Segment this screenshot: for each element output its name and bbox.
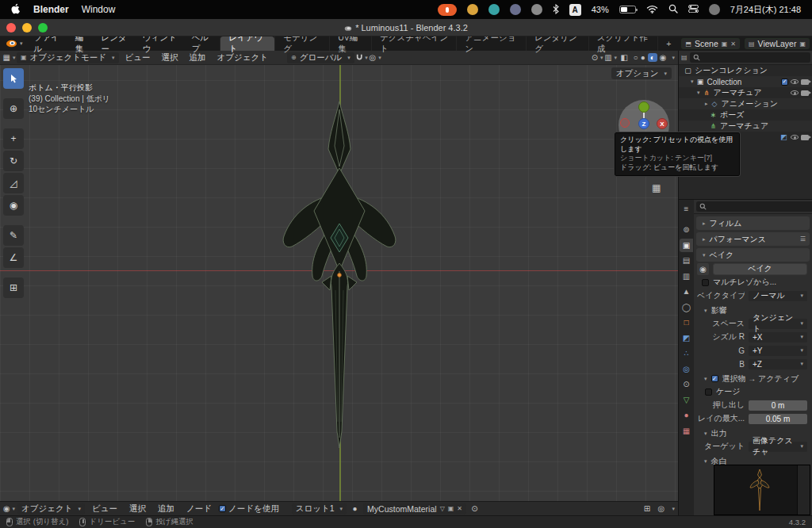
target-dropdown[interactable]: 画像テクスチャ▾ xyxy=(749,442,807,452)
camera-icon[interactable] xyxy=(801,90,809,96)
shading-rendered-icon[interactable]: ◉ xyxy=(660,53,667,62)
swizzle-r-dropdown[interactable]: +X▾ xyxy=(749,332,807,342)
panel-film[interactable]: ▸フィルム xyxy=(696,216,810,230)
battery-icon[interactable] xyxy=(619,6,636,13)
status-app2-icon[interactable] xyxy=(488,4,500,15)
eye-icon[interactable] xyxy=(791,90,799,95)
tool-cursor[interactable]: ⊕ xyxy=(3,98,24,119)
outliner-row-armature[interactable]: ▾ ⋔ アーマチュア xyxy=(679,87,812,98)
tab-object[interactable]: □ xyxy=(680,316,693,329)
shader-editor-type-icon[interactable]: ◉▾ xyxy=(3,503,15,515)
use-nodes-checkbox[interactable]: ✓ xyxy=(219,505,226,512)
tab-constraints[interactable]: ⊙ xyxy=(680,377,693,391)
chat-app-icon[interactable] xyxy=(510,4,521,15)
swizzle-g-dropdown[interactable]: +Y▾ xyxy=(749,346,807,356)
mic-indicator-icon[interactable] xyxy=(438,4,457,16)
outliner-row-pose[interactable]: ∗ ポーズ xyxy=(679,109,812,121)
collection-checkbox[interactable]: ✓ xyxy=(781,78,788,86)
menubar-clock[interactable]: 7月24日(木) 21:48 xyxy=(730,4,801,16)
control-center-icon[interactable] xyxy=(688,5,699,14)
menu-render[interactable]: レンダー xyxy=(96,36,137,51)
shading-dropdown-icon[interactable]: ▾ xyxy=(672,55,675,61)
bake-type-dropdown[interactable]: ノーマル▾ xyxy=(749,291,807,301)
scene-selector[interactable]: ⬒ Scene ▣ ✕ xyxy=(681,38,740,49)
outliner-row-armature-data[interactable]: ⋔ アーマチュア xyxy=(679,121,812,132)
menu-file[interactable]: ファイル xyxy=(29,36,70,51)
panel-bake[interactable]: ▾ベイク xyxy=(696,248,810,262)
siri-icon[interactable] xyxy=(709,4,720,15)
shader-snap-icon[interactable]: ⊞ xyxy=(641,503,653,515)
cage-checkbox[interactable] xyxy=(705,388,712,396)
outliner-search-input[interactable] xyxy=(703,53,807,62)
new-viewlayer-icon[interactable]: ▣ xyxy=(799,40,806,48)
selected-to-active-checkbox[interactable]: ✓ xyxy=(711,375,718,382)
tool-scale[interactable]: ◿ xyxy=(3,173,24,193)
extrusion-field[interactable]: 0 m xyxy=(749,400,807,411)
options-dropdown[interactable]: オプション▾ xyxy=(611,67,672,79)
outliner-row-scene-collection[interactable]: ▢ シーンコレクション xyxy=(679,65,812,76)
gizmo-axis-minus-x[interactable] xyxy=(620,118,630,128)
panel-performance[interactable]: ▸パフォーマンス☰ xyxy=(696,232,810,246)
workspace-tab-uv[interactable]: UV編集 xyxy=(329,36,371,51)
expand-caret-icon[interactable]: ▾ xyxy=(691,78,694,85)
tab-view-layer[interactable]: ▥ xyxy=(680,270,693,283)
tool-add-cube[interactable]: ⊞ xyxy=(3,277,24,298)
eye-icon[interactable] xyxy=(791,135,799,140)
max-ray-field[interactable]: 0.05 m xyxy=(749,414,807,424)
outliner-editor-icon[interactable]: ▤ xyxy=(681,54,688,61)
workspace-tab-rendering[interactable]: レンダリング xyxy=(526,36,588,51)
tab-world[interactable]: ◯ xyxy=(680,300,693,314)
viewport-3d[interactable]: ▦▾ ▣オブジェクトモード▾ ビュー 選択 追加 オブジェクト ⊕グローバル▾ … xyxy=(0,51,678,501)
shader-menu-add[interactable]: 追加 xyxy=(153,503,179,515)
tab-object-data[interactable]: ▽ xyxy=(680,393,693,407)
workspace-tab-animation[interactable]: アニメーション xyxy=(456,36,526,51)
properties-search[interactable] xyxy=(696,201,812,212)
editor-type-icon[interactable]: ▦▾ xyxy=(3,52,15,63)
bluetooth-icon[interactable] xyxy=(553,4,559,16)
add-workspace-button[interactable]: + xyxy=(657,36,679,51)
multires-checkbox[interactable] xyxy=(702,279,709,286)
sword-model[interactable] xyxy=(262,82,420,463)
macos-app-name[interactable]: Blender xyxy=(33,4,69,15)
tool-rotate[interactable]: ↻ xyxy=(3,151,24,171)
copy-material-icon[interactable]: ▣ xyxy=(448,505,454,512)
camera-icon[interactable] xyxy=(801,135,809,140)
tab-output[interactable]: ▤ xyxy=(680,254,693,267)
tab-tool[interactable]: ⊚ xyxy=(680,223,693,236)
workspace-tab-layout[interactable]: レイアウト xyxy=(220,36,274,51)
tool-select-box[interactable] xyxy=(3,68,24,89)
properties-search-input[interactable] xyxy=(709,202,812,211)
tab-texture[interactable]: ▦ xyxy=(680,424,693,438)
tab-render[interactable]: ▣ xyxy=(680,239,693,252)
properties-editor-icon[interactable]: ≡ xyxy=(680,202,693,216)
pin-icon[interactable]: ⊙ xyxy=(469,503,481,515)
viewlayer-selector[interactable]: ▤ ViewLayer ▣ xyxy=(745,38,810,49)
outliner-row-animation[interactable]: ▸ ◇ アニメーション xyxy=(679,98,812,109)
unlink-material-icon[interactable]: ✕ xyxy=(457,505,462,512)
outliner-search[interactable] xyxy=(690,52,810,63)
spotlight-search-icon[interactable] xyxy=(668,4,678,15)
outliner-row-collection[interactable]: ▾ ▣ Collection ✓ xyxy=(679,76,812,87)
bake-operator-icon[interactable]: ◉ xyxy=(697,263,709,275)
preset-icon[interactable]: ☰ xyxy=(800,235,806,243)
gizmo-axis-x[interactable]: X xyxy=(657,118,668,129)
tool-measure[interactable]: ∠ xyxy=(3,247,24,268)
menu-window[interactable]: ウィンドウ xyxy=(137,36,186,51)
expand-caret-icon[interactable]: ▸ xyxy=(705,101,708,107)
menu-help[interactable]: ヘルプ xyxy=(186,36,220,51)
tab-scene[interactable]: ▲ xyxy=(680,285,693,298)
apple-menu-icon[interactable] xyxy=(11,3,21,17)
bake-button[interactable]: ベイク xyxy=(713,263,807,275)
macos-menu-window[interactable]: Window xyxy=(82,4,116,15)
swizzle-b-dropdown[interactable]: +Z▾ xyxy=(749,359,807,369)
material-name-field[interactable]: MyCustomMaterial▽▣✕ xyxy=(363,503,466,515)
new-scene-icon[interactable]: ▣ xyxy=(722,40,728,48)
shader-overlay-icon[interactable]: ◎ xyxy=(655,503,667,515)
material-slot-dropdown[interactable]: スロット1▾ xyxy=(292,503,347,515)
tool-annotate[interactable]: ✎ xyxy=(3,225,24,246)
subpanel-selected-to-active[interactable]: ▾✓選択物 → アクティブ xyxy=(694,373,812,385)
unlink-scene-icon[interactable]: ✕ xyxy=(730,40,736,48)
shader-more-icon[interactable]: ▾ xyxy=(672,506,675,512)
gizmo-axis-z[interactable]: Z xyxy=(638,118,649,129)
expand-caret-icon[interactable]: ▾ xyxy=(697,90,700,96)
